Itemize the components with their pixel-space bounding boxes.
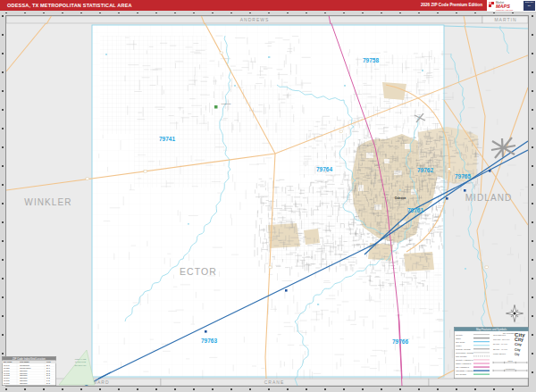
county-label-midland: MIDLAND [465, 193, 513, 203]
zip-label-79741: 79741 [159, 136, 175, 142]
svg-text:City Name: City Name [20, 361, 29, 363]
city-label-goldsmith: Goldsmith [222, 103, 231, 105]
map-page: ODESSA, TX METROPOLITAN STATISTICAL AREA… [0, 0, 536, 392]
svg-text:Secondary Roads: Secondary Roads [456, 352, 474, 354]
publisher-logo: Market MAPS 2026 ZIP Ed. MarketMAPS.com [487, 0, 536, 13]
logo-icon [489, 2, 494, 7]
zip-label-79762: 79762 [417, 167, 433, 173]
bottom-ticks [5, 388, 529, 390]
legend-title: Map Features and Symbols [476, 328, 507, 331]
svg-text:Grid: Grid [46, 361, 51, 363]
svg-text:Rail Roads: Rail Roads [456, 355, 467, 358]
svg-text:STATE PARK: STATE PARK [74, 364, 87, 366]
title-bar: ODESSA, TX METROPOLITAN STATISTICAL AREA… [0, 0, 536, 11]
map-canvas: ANDREWS MARTIN WARD CRANE MONAHANSSANDHI… [6, 16, 528, 386]
map-legend: Map Features and Symbols City Population… [454, 327, 529, 379]
logo-brand: MAPS [496, 4, 510, 9]
county-label-ector: ECTOR [180, 266, 217, 277]
goldsmith-marker [214, 105, 218, 109]
svg-text:City: City [515, 348, 521, 352]
svg-text:Interstate Highways: Interstate Highways [456, 370, 476, 372]
right-ticks [532, 15, 533, 387]
svg-text:Miles: Miles [507, 360, 513, 362]
zip-label-79758: 79758 [363, 57, 379, 63]
svg-text:Primary Roads: Primary Roads [456, 348, 471, 351]
band-label-crane: CRANE [264, 379, 285, 385]
city-label-odessa: Odessa [395, 196, 406, 200]
svg-text:City: City [515, 353, 520, 356]
svg-text:Odessa: Odessa [20, 382, 28, 385]
zip-label-79766: 79766 [392, 338, 408, 345]
logo-badge: 2026 ZIP Ed. [523, 1, 535, 11]
svg-text:County Highways: County Highways [456, 359, 473, 362]
svg-text:SANDHILLS: SANDHILLS [75, 361, 87, 363]
svg-text:City: City [515, 342, 523, 346]
map-frame: ANDREWS MARTIN WARD CRANE MONAHANSSANDHI… [5, 15, 529, 387]
state-park-label: MONAHANSSANDHILLSSTATE PARK [74, 358, 87, 366]
band-label-ward: WARD [92, 379, 109, 385]
svg-text:Water: Water [456, 345, 462, 347]
band-label-andrews: ANDREWS [240, 17, 270, 22]
county-label-winkler: WINKLER [24, 197, 71, 207]
zip-label-79764: 79764 [316, 166, 332, 172]
edition-label: 2026 ZIP Code Premium Edition [421, 3, 482, 7]
svg-text:ZIP Code: ZIP Code [456, 341, 465, 344]
svg-text:City: City [515, 337, 523, 342]
band-label-martin: MARTIN [494, 17, 516, 22]
svg-text:ZIP Code: ZIP Code [4, 361, 13, 363]
zip-table-title: ZIP Code Index/Grid Location [13, 357, 46, 361]
svg-text:County: County [456, 334, 464, 337]
svg-text:MONAHANS: MONAHANS [75, 358, 87, 360]
svg-text:State Highways: State Highways [456, 363, 472, 365]
top-ticks [5, 13, 529, 14]
svg-text:79766: 79766 [4, 382, 10, 385]
zip-label-79765: 79765 [455, 173, 471, 179]
zip-label-79761: 79761 [407, 207, 423, 213]
logo-domain: MarketMAPS.com [496, 9, 523, 12]
svg-text:US Highways: US Highways [456, 366, 470, 369]
zip-index-table: ZIP Code Index/Grid Location ZIP CodeCit… [2, 356, 56, 386]
svg-text:State: State [456, 338, 461, 340]
left-ticks [2, 15, 4, 387]
zip-label-79763: 79763 [201, 338, 217, 344]
svg-text:D-3: D-3 [46, 382, 51, 385]
map-title: ODESSA, TX METROPOLITAN STATISTICAL AREA [7, 3, 132, 8]
svg-text:Toll Roads: Toll Roads [456, 373, 466, 376]
north-arrow-icon [503, 302, 526, 325]
svg-text:Kilometers: Kilometers [506, 368, 515, 370]
